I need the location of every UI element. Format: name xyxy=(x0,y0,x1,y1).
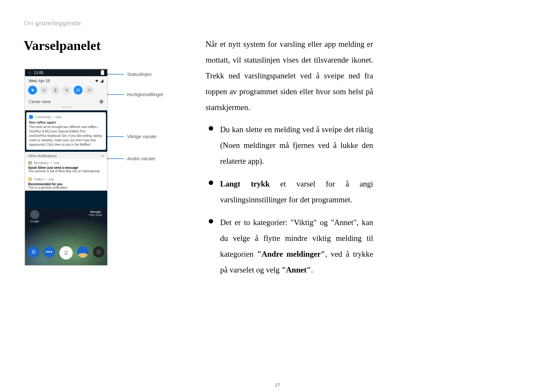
status-time: 11:00 xyxy=(34,70,43,75)
breadcrumb-prefix: Det xyxy=(24,20,35,27)
body-text: Når et nytt system for varsling eller ap… xyxy=(206,36,373,285)
drag-handle[interactable] xyxy=(25,106,107,110)
battery-icon xyxy=(101,70,104,75)
dots-icon: ••• xyxy=(46,249,53,255)
hs-app-manage[interactable]: Manage Play Store xyxy=(89,210,102,223)
notification-card-2[interactable]: Moodstory • now Sarah Silver just send a… xyxy=(25,159,107,174)
hs-manage-label: Manage xyxy=(89,210,102,213)
signal-icon xyxy=(100,79,103,83)
flashlight-icon: ⛁ xyxy=(76,88,80,93)
intro-paragraph: Når et nytt system for varsling eller ap… xyxy=(206,36,373,115)
qs-dnd-button[interactable]: ⊖ xyxy=(40,86,48,95)
callout-label-quick-settings: Hurtiginnstillinger xyxy=(127,92,163,97)
dnd-icon: ⊖ xyxy=(42,88,46,93)
notif2-title: Sarah Silver just send a message xyxy=(28,166,104,169)
hs-playstore-label: Play Store xyxy=(89,213,102,217)
wifi-icon xyxy=(95,80,98,82)
notif3-body: This is a general notification xyxy=(28,186,104,189)
bullet-list: Du kan slette en melding ved å sveipe de… xyxy=(206,122,373,278)
callout-label-statusbar: Statuslinjen xyxy=(127,71,152,77)
dock-messages-button[interactable]: ••• xyxy=(44,246,55,258)
breadcrumb-bold: grunnleggende xyxy=(35,20,81,27)
bluetooth-icon: ฿ xyxy=(54,88,57,93)
notif1-body: This time we've brought two different ne… xyxy=(29,125,103,147)
community-app-icon xyxy=(29,115,33,119)
qs-date: Wed, Apr 15 xyxy=(29,79,50,83)
hs-google-label: Google xyxy=(30,220,39,223)
notif3-title: Recommended for you xyxy=(28,182,104,186)
page-title: Varselpanelet xyxy=(24,38,101,53)
qs-wifi-button[interactable]: ▼ xyxy=(28,86,37,95)
notif2-time: now xyxy=(53,161,59,165)
notif1-time: now xyxy=(56,115,61,119)
phone-screenshot: 11:00 Wed, Apr 15 ▼ ⊖ ฿ N ⛁ ✈ Carrier na… xyxy=(25,69,108,266)
moodstory-app-icon xyxy=(28,161,32,165)
carrier-name: Carrier name xyxy=(29,100,51,104)
homescreen-background: Google Manage Play Store ✆ ••• ☰ xyxy=(25,208,107,265)
notification-card-3[interactable]: Trelleo • now Recommended for you This i… xyxy=(25,174,107,191)
gear-icon[interactable] xyxy=(99,99,103,105)
notif3-app: Trelleo xyxy=(34,178,43,181)
quick-settings-panel: Wed, Apr 15 ▼ ⊖ ฿ N ⛁ ✈ Carrier name xyxy=(25,76,107,110)
airplane-icon: ✈ xyxy=(88,88,91,93)
bullet-1: Du kan slette en melding ved å sveipe de… xyxy=(206,122,373,169)
google-app-icon xyxy=(30,210,39,219)
qs-bluetooth-button[interactable]: ฿ xyxy=(51,86,60,95)
notif2-body: The summer is full of films that rely on… xyxy=(28,169,104,173)
trelleo-app-icon xyxy=(28,177,32,181)
wifi-glyph-icon: ▼ xyxy=(30,88,35,93)
callout-label-other: Andre varsler xyxy=(127,156,155,161)
hs-app-google[interactable]: Google xyxy=(30,210,39,223)
homescreen-dock: ✆ ••• ☰ xyxy=(25,246,107,260)
phone-icon: ✆ xyxy=(32,249,36,255)
callout-label-important: Viktige varsler xyxy=(127,134,157,139)
notif-dot-icon xyxy=(28,71,31,75)
qs-flashlight-button[interactable]: ⛁ xyxy=(74,86,83,95)
notif2-app: Moodstory xyxy=(34,161,49,165)
notification-card-1[interactable]: Community • now New raffles again! This … xyxy=(26,112,106,150)
other-notifications-header: Other Notifications × xyxy=(25,152,107,159)
notif3-time: now xyxy=(48,178,54,181)
qs-airplane-button[interactable]: ✈ xyxy=(85,86,94,95)
breadcrumb: Det grunnleggende xyxy=(24,20,81,27)
notif1-title: New raffles again! xyxy=(29,121,103,124)
bullet-2: Langt trykk et varsel for å angi varslin… xyxy=(206,176,373,208)
status-bar: 11:00 xyxy=(25,69,107,76)
other-header-label: Other Notifications xyxy=(28,154,57,158)
dock-phone-button[interactable]: ✆ xyxy=(28,246,39,258)
close-icon[interactable]: × xyxy=(102,153,104,158)
page-number: 27 xyxy=(0,382,555,388)
dock-app-drawer-button[interactable]: ☰ xyxy=(59,246,73,260)
drawer-icon: ☰ xyxy=(64,250,68,256)
notif1-app: Community xyxy=(35,115,51,119)
bullet-3: Det er to kategorier: "Viktig" og "Annet… xyxy=(206,215,373,278)
nfc-icon: N xyxy=(65,89,68,92)
qs-nfc-button[interactable]: N xyxy=(62,86,71,95)
dock-camera-button[interactable] xyxy=(93,246,104,258)
dock-browser-button[interactable] xyxy=(77,246,89,258)
